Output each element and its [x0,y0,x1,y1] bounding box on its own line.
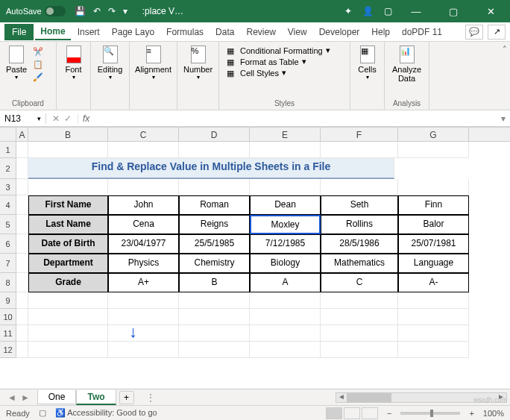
table-cell[interactable]: A [250,273,321,292]
redo-icon[interactable]: ↷ [108,6,116,16]
view-page-layout-button[interactable] [344,407,360,419]
table-cell[interactable]: C [321,273,398,292]
fx-icon[interactable]: fx [78,113,94,124]
row-header[interactable]: 7 [0,254,16,273]
col-header-E[interactable]: E [250,128,321,141]
macro-record-icon[interactable]: ▢ [39,408,46,418]
worksheet-grid[interactable]: A B C D E F G 1 2Find & Replace Value in… [0,127,510,358]
add-sheet-button[interactable]: + [119,391,134,404]
tab-insert[interactable]: Insert [72,25,105,40]
row-header[interactable]: 11 [0,325,16,342]
sheet-tab-one[interactable]: One [37,390,77,404]
format-painter-icon[interactable]: 🖌️ [33,72,43,82]
toggle-switch[interactable] [45,6,66,16]
qat-dropdown-icon[interactable]: ▾ [123,6,128,16]
ribbon-display-icon[interactable]: ▢ [384,6,392,16]
table-cell[interactable]: Chemistry [179,254,250,273]
row-header[interactable]: 10 [0,309,16,325]
col-header-C[interactable]: C [108,128,179,141]
row-header[interactable]: 12 [0,342,16,358]
label-grade[interactable]: Grade [28,273,108,292]
tab-page-layout[interactable]: Page Layo [107,25,160,40]
paste-button[interactable]: Paste ▾ [3,44,30,82]
sheet-next-icon[interactable]: ► [21,392,30,403]
table-cell[interactable]: Seth [321,195,398,215]
table-cell[interactable]: 23/04/1977 [108,234,179,254]
tab-dopdf[interactable]: doPDF 11 [397,25,447,40]
col-header-D[interactable]: D [179,128,250,141]
row-header[interactable]: 8 [0,273,16,292]
row-header[interactable]: 2 [0,158,16,179]
view-page-break-button[interactable] [362,407,378,419]
select-all-cell[interactable] [0,128,16,141]
tab-help[interactable]: Help [366,25,395,40]
table-cell[interactable]: John [108,195,179,215]
table-cell[interactable]: Mathematics [321,254,398,273]
row-header[interactable]: 1 [0,142,16,158]
label-first-name[interactable]: First Name [28,195,108,215]
number-button[interactable]: % Number ▾ [180,44,215,82]
table-cell[interactable]: Roman [179,195,250,215]
comments-icon[interactable]: 💬 [465,25,483,40]
tab-developer[interactable]: Developer [314,25,365,40]
table-cell[interactable]: Language [398,254,469,273]
table-cell[interactable]: B [179,273,250,292]
premium-icon[interactable]: ✦ [344,6,352,16]
table-cell[interactable]: Rollins [321,215,398,234]
zoom-level[interactable]: 100% [483,409,504,418]
editing-button[interactable]: 🔍 Editing ▾ [94,44,126,82]
tab-view[interactable]: View [283,25,312,40]
cell-styles-button[interactable]: ▦Cell Styles ▾ [227,68,342,78]
name-box[interactable]: N13 ▾ [0,113,46,124]
expand-formula-icon[interactable]: ▾ [497,113,510,124]
autosave-toggle[interactable]: AutoSave [6,6,66,16]
zoom-slider[interactable] [400,412,460,415]
minimize-button[interactable]: — [403,6,429,17]
cancel-formula-icon[interactable]: ✕ [52,113,60,124]
table-cell[interactable]: 7/12/1985 [250,234,321,254]
view-normal-button[interactable] [326,407,342,419]
table-cell[interactable]: A+ [108,273,179,292]
col-header-B[interactable]: B [28,128,108,141]
tab-review[interactable]: Review [241,25,280,40]
undo-icon[interactable]: ↶ [93,6,101,16]
col-header-G[interactable]: G [398,128,469,141]
row-header[interactable]: 9 [0,292,16,309]
table-cell[interactable]: Biology [250,254,321,273]
chevron-down-icon[interactable]: ▾ [37,115,41,122]
table-cell[interactable]: Cena [108,215,179,234]
alignment-button[interactable]: ≡ Alignment ▾ [133,44,174,82]
accessibility-status[interactable]: ♿ Accessibility: Good to go [55,408,157,418]
zoom-in-button[interactable]: + [469,409,473,418]
row-header[interactable]: 5 [0,215,16,234]
enter-formula-icon[interactable]: ✓ [64,113,72,124]
restore-button[interactable]: ▢ [440,6,467,17]
table-cell[interactable]: Reigns [179,215,250,234]
font-button[interactable]: Font ▾ [60,44,87,82]
tab-formulas[interactable]: Formulas [161,25,209,40]
table-cell[interactable]: 25/07/1981 [398,234,469,254]
table-cell[interactable]: 28/5/1986 [321,234,398,254]
label-last-name[interactable]: Last Name [28,215,108,234]
selected-cell[interactable]: Moxley [250,215,321,234]
cells-button[interactable]: ▦ Cells ▾ [353,44,381,82]
table-cell[interactable]: A- [398,273,469,292]
col-header-F[interactable]: F [321,128,398,141]
cut-icon[interactable]: ✂️ [33,47,43,57]
row-header[interactable]: 6 [0,234,16,254]
row-header[interactable]: 4 [0,195,16,215]
tab-data[interactable]: Data [210,25,239,40]
analyze-data-button[interactable]: 📊 Analyze Data [388,44,426,84]
table-cell[interactable]: Dean [250,195,321,215]
scroll-thumb[interactable] [347,393,391,402]
table-cell[interactable]: Balor [398,215,469,234]
row-header[interactable]: 3 [0,179,16,195]
tab-home[interactable]: Home [35,24,70,40]
share-icon[interactable]: ↗ [488,25,506,40]
tab-file[interactable]: File [4,24,34,40]
copy-icon[interactable]: 📋 [33,60,43,69]
conditional-formatting-button[interactable]: ▦Conditional Formatting ▾ [227,46,342,55]
zoom-out-button[interactable]: − [387,409,391,418]
sheet-tab-two[interactable]: Two [76,390,116,405]
close-button[interactable]: ✕ [477,6,504,17]
